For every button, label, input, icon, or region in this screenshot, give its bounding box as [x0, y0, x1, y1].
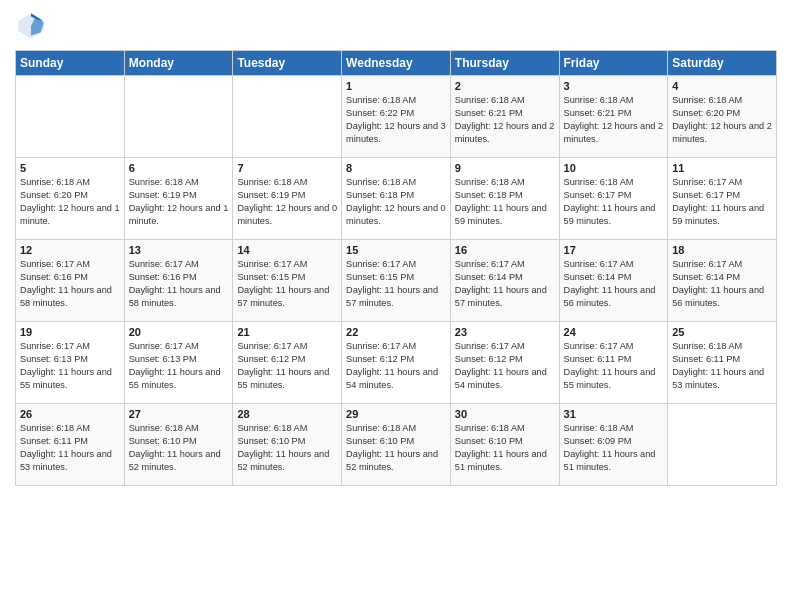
- day-info: Sunrise: 6:18 AM Sunset: 6:20 PM Dayligh…: [20, 176, 120, 228]
- calendar-cell: [668, 404, 777, 486]
- calendar-cell: 7Sunrise: 6:18 AM Sunset: 6:19 PM Daylig…: [233, 158, 342, 240]
- day-of-week-header: Sunday: [16, 51, 125, 76]
- day-number: 22: [346, 326, 446, 338]
- calendar-cell: 2Sunrise: 6:18 AM Sunset: 6:21 PM Daylig…: [450, 76, 559, 158]
- day-info: Sunrise: 6:18 AM Sunset: 6:11 PM Dayligh…: [20, 422, 120, 474]
- day-number: 5: [20, 162, 120, 174]
- day-info: Sunrise: 6:18 AM Sunset: 6:18 PM Dayligh…: [346, 176, 446, 228]
- day-number: 6: [129, 162, 229, 174]
- calendar-cell: 8Sunrise: 6:18 AM Sunset: 6:18 PM Daylig…: [342, 158, 451, 240]
- day-info: Sunrise: 6:17 AM Sunset: 6:15 PM Dayligh…: [237, 258, 337, 310]
- day-info: Sunrise: 6:18 AM Sunset: 6:10 PM Dayligh…: [455, 422, 555, 474]
- day-number: 21: [237, 326, 337, 338]
- calendar-cell: 12Sunrise: 6:17 AM Sunset: 6:16 PM Dayli…: [16, 240, 125, 322]
- header: [15, 10, 777, 42]
- day-number: 19: [20, 326, 120, 338]
- calendar-cell: 14Sunrise: 6:17 AM Sunset: 6:15 PM Dayli…: [233, 240, 342, 322]
- day-info: Sunrise: 6:18 AM Sunset: 6:19 PM Dayligh…: [237, 176, 337, 228]
- day-number: 24: [564, 326, 664, 338]
- day-of-week-header: Tuesday: [233, 51, 342, 76]
- calendar-cell: 5Sunrise: 6:18 AM Sunset: 6:20 PM Daylig…: [16, 158, 125, 240]
- day-number: 4: [672, 80, 772, 92]
- day-number: 18: [672, 244, 772, 256]
- day-info: Sunrise: 6:17 AM Sunset: 6:14 PM Dayligh…: [564, 258, 664, 310]
- calendar-header-row: SundayMondayTuesdayWednesdayThursdayFrid…: [16, 51, 777, 76]
- calendar-week-row: 26Sunrise: 6:18 AM Sunset: 6:11 PM Dayli…: [16, 404, 777, 486]
- calendar-cell: 20Sunrise: 6:17 AM Sunset: 6:13 PM Dayli…: [124, 322, 233, 404]
- calendar-week-row: 19Sunrise: 6:17 AM Sunset: 6:13 PM Dayli…: [16, 322, 777, 404]
- day-number: 17: [564, 244, 664, 256]
- day-number: 27: [129, 408, 229, 420]
- day-number: 28: [237, 408, 337, 420]
- calendar-week-row: 12Sunrise: 6:17 AM Sunset: 6:16 PM Dayli…: [16, 240, 777, 322]
- day-number: 31: [564, 408, 664, 420]
- day-of-week-header: Monday: [124, 51, 233, 76]
- calendar-week-row: 5Sunrise: 6:18 AM Sunset: 6:20 PM Daylig…: [16, 158, 777, 240]
- day-number: 11: [672, 162, 772, 174]
- calendar-cell: 13Sunrise: 6:17 AM Sunset: 6:16 PM Dayli…: [124, 240, 233, 322]
- day-info: Sunrise: 6:18 AM Sunset: 6:19 PM Dayligh…: [129, 176, 229, 228]
- logo-icon: [15, 10, 47, 42]
- day-number: 12: [20, 244, 120, 256]
- day-of-week-header: Saturday: [668, 51, 777, 76]
- calendar-cell: 18Sunrise: 6:17 AM Sunset: 6:14 PM Dayli…: [668, 240, 777, 322]
- day-info: Sunrise: 6:17 AM Sunset: 6:12 PM Dayligh…: [346, 340, 446, 392]
- day-info: Sunrise: 6:17 AM Sunset: 6:15 PM Dayligh…: [346, 258, 446, 310]
- day-of-week-header: Thursday: [450, 51, 559, 76]
- day-number: 10: [564, 162, 664, 174]
- day-number: 13: [129, 244, 229, 256]
- calendar: SundayMondayTuesdayWednesdayThursdayFrid…: [15, 50, 777, 486]
- day-info: Sunrise: 6:18 AM Sunset: 6:11 PM Dayligh…: [672, 340, 772, 392]
- calendar-cell: 16Sunrise: 6:17 AM Sunset: 6:14 PM Dayli…: [450, 240, 559, 322]
- calendar-cell: 1Sunrise: 6:18 AM Sunset: 6:22 PM Daylig…: [342, 76, 451, 158]
- day-number: 8: [346, 162, 446, 174]
- calendar-cell: 11Sunrise: 6:17 AM Sunset: 6:17 PM Dayli…: [668, 158, 777, 240]
- day-number: 30: [455, 408, 555, 420]
- day-info: Sunrise: 6:17 AM Sunset: 6:14 PM Dayligh…: [672, 258, 772, 310]
- calendar-cell: 21Sunrise: 6:17 AM Sunset: 6:12 PM Dayli…: [233, 322, 342, 404]
- day-info: Sunrise: 6:17 AM Sunset: 6:14 PM Dayligh…: [455, 258, 555, 310]
- day-number: 20: [129, 326, 229, 338]
- calendar-week-row: 1Sunrise: 6:18 AM Sunset: 6:22 PM Daylig…: [16, 76, 777, 158]
- day-info: Sunrise: 6:17 AM Sunset: 6:11 PM Dayligh…: [564, 340, 664, 392]
- calendar-cell: 31Sunrise: 6:18 AM Sunset: 6:09 PM Dayli…: [559, 404, 668, 486]
- calendar-cell: 4Sunrise: 6:18 AM Sunset: 6:20 PM Daylig…: [668, 76, 777, 158]
- day-info: Sunrise: 6:18 AM Sunset: 6:17 PM Dayligh…: [564, 176, 664, 228]
- calendar-cell: [124, 76, 233, 158]
- day-number: 3: [564, 80, 664, 92]
- calendar-cell: 28Sunrise: 6:18 AM Sunset: 6:10 PM Dayli…: [233, 404, 342, 486]
- day-of-week-header: Wednesday: [342, 51, 451, 76]
- day-info: Sunrise: 6:18 AM Sunset: 6:22 PM Dayligh…: [346, 94, 446, 146]
- day-number: 2: [455, 80, 555, 92]
- day-number: 26: [20, 408, 120, 420]
- day-number: 16: [455, 244, 555, 256]
- day-info: Sunrise: 6:17 AM Sunset: 6:17 PM Dayligh…: [672, 176, 772, 228]
- day-info: Sunrise: 6:17 AM Sunset: 6:12 PM Dayligh…: [455, 340, 555, 392]
- page: SundayMondayTuesdayWednesdayThursdayFrid…: [0, 0, 792, 612]
- day-info: Sunrise: 6:17 AM Sunset: 6:16 PM Dayligh…: [20, 258, 120, 310]
- calendar-cell: [233, 76, 342, 158]
- day-info: Sunrise: 6:18 AM Sunset: 6:10 PM Dayligh…: [346, 422, 446, 474]
- calendar-cell: [16, 76, 125, 158]
- calendar-cell: 6Sunrise: 6:18 AM Sunset: 6:19 PM Daylig…: [124, 158, 233, 240]
- calendar-cell: 29Sunrise: 6:18 AM Sunset: 6:10 PM Dayli…: [342, 404, 451, 486]
- day-of-week-header: Friday: [559, 51, 668, 76]
- calendar-cell: 10Sunrise: 6:18 AM Sunset: 6:17 PM Dayli…: [559, 158, 668, 240]
- calendar-cell: 15Sunrise: 6:17 AM Sunset: 6:15 PM Dayli…: [342, 240, 451, 322]
- day-number: 25: [672, 326, 772, 338]
- day-info: Sunrise: 6:18 AM Sunset: 6:20 PM Dayligh…: [672, 94, 772, 146]
- day-info: Sunrise: 6:18 AM Sunset: 6:21 PM Dayligh…: [455, 94, 555, 146]
- day-info: Sunrise: 6:17 AM Sunset: 6:13 PM Dayligh…: [20, 340, 120, 392]
- day-number: 29: [346, 408, 446, 420]
- day-number: 7: [237, 162, 337, 174]
- calendar-cell: 24Sunrise: 6:17 AM Sunset: 6:11 PM Dayli…: [559, 322, 668, 404]
- calendar-cell: 17Sunrise: 6:17 AM Sunset: 6:14 PM Dayli…: [559, 240, 668, 322]
- calendar-cell: 23Sunrise: 6:17 AM Sunset: 6:12 PM Dayli…: [450, 322, 559, 404]
- day-number: 23: [455, 326, 555, 338]
- calendar-cell: 22Sunrise: 6:17 AM Sunset: 6:12 PM Dayli…: [342, 322, 451, 404]
- calendar-cell: 19Sunrise: 6:17 AM Sunset: 6:13 PM Dayli…: [16, 322, 125, 404]
- day-info: Sunrise: 6:18 AM Sunset: 6:10 PM Dayligh…: [237, 422, 337, 474]
- day-info: Sunrise: 6:18 AM Sunset: 6:09 PM Dayligh…: [564, 422, 664, 474]
- calendar-cell: 26Sunrise: 6:18 AM Sunset: 6:11 PM Dayli…: [16, 404, 125, 486]
- day-info: Sunrise: 6:17 AM Sunset: 6:16 PM Dayligh…: [129, 258, 229, 310]
